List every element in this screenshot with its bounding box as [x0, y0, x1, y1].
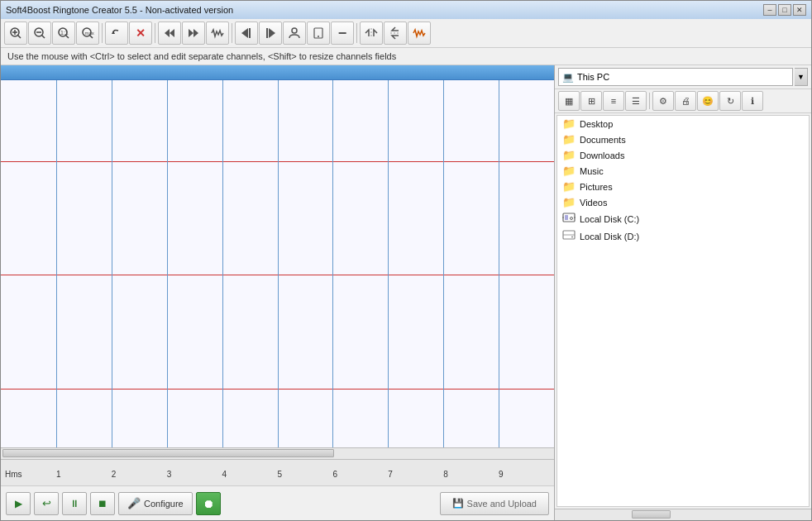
file-name-documents: Documents: [580, 135, 626, 145]
svg-text:1:1: 1:1: [60, 30, 69, 36]
svg-point-23: [318, 36, 319, 37]
file-item-music[interactable]: 📁 Music: [557, 163, 809, 179]
undo-button[interactable]: [105, 22, 128, 45]
settings-button[interactable]: ⚙: [652, 91, 674, 111]
stop-button[interactable]: ⏹: [90, 492, 115, 515]
flip-v-button[interactable]: [384, 22, 407, 45]
cut-left-button[interactable]: [235, 22, 258, 45]
location-dropdown[interactable]: ▼: [795, 68, 808, 86]
file-name-disk-d: Local Disk (D:): [580, 232, 639, 241]
status-message: Use the mouse with <Ctrl> to select and …: [7, 51, 396, 61]
view-list-button[interactable]: ≡: [603, 91, 624, 111]
rewind-button[interactable]: [158, 22, 181, 45]
minus-button[interactable]: −: [331, 22, 354, 45]
location-bar[interactable]: 💻 This PC: [558, 68, 793, 86]
restore-button[interactable]: □: [778, 4, 791, 16]
view-large-button[interactable]: ▦: [558, 91, 580, 111]
delete-button[interactable]: ✕: [129, 22, 152, 45]
title-bar: Soft4Boost Ringtone Creator 5.5 - Non-ac…: [1, 1, 811, 19]
phone-button[interactable]: [307, 22, 330, 45]
zoom-view-button[interactable]: 1:1: [52, 22, 75, 45]
record-button[interactable]: ⏺: [196, 492, 221, 515]
svg-marker-15: [170, 29, 174, 37]
file-item-disk-d[interactable]: Local Disk (D:): [557, 227, 809, 245]
svg-point-22: [292, 28, 297, 33]
minimize-button[interactable]: –: [763, 4, 776, 16]
refresh-button[interactable]: ↻: [719, 91, 741, 111]
folder-icon-documents: 📁: [562, 133, 576, 146]
save-upload-button[interactable]: 💾 Save and Upload: [440, 492, 549, 515]
file-item-desktop[interactable]: 📁 Desktop: [557, 116, 809, 131]
zoom-in-button[interactable]: [4, 22, 27, 45]
file-item-pictures[interactable]: 📁 Pictures: [557, 179, 809, 194]
timeline-8: 8: [443, 470, 448, 479]
timeline-7: 7: [388, 470, 393, 479]
play-button[interactable]: ▶: [6, 492, 31, 515]
pause-button[interactable]: ⏸: [62, 492, 87, 515]
separator-4: [356, 23, 357, 43]
svg-line-5: [42, 36, 45, 39]
window-controls: – □ ✕: [763, 4, 806, 16]
main-content: Hms 1 2 3 4 5 6 7 8 9 ▶ ↩ ⏸ ⏹: [1, 65, 811, 520]
wave2-button[interactable]: [408, 22, 431, 45]
horizontal-scrollbar[interactable]: [555, 509, 811, 520]
file-item-videos[interactable]: 📁 Videos: [557, 194, 809, 210]
file-name-downloads: Downloads: [580, 151, 624, 160]
folder-icon-desktop: 📁: [562, 117, 576, 130]
folder-icon-downloads: 📁: [562, 149, 576, 161]
svg-point-33: [571, 237, 573, 238]
file-list[interactable]: 📁 Desktop 📁 Documents 📁 Downloads 📁 Musi…: [556, 115, 810, 507]
view-medium-button[interactable]: ⊞: [580, 91, 602, 111]
waveform-panel: Hms 1 2 3 4 5 6 7 8 9 ▶ ↩ ⏸ ⏹: [1, 65, 555, 520]
file-item-downloads[interactable]: 📁 Downloads: [557, 147, 809, 163]
waveform-button[interactable]: [206, 22, 229, 45]
v-line-1: [56, 80, 57, 447]
return-button[interactable]: ↩: [34, 492, 59, 515]
main-window: Soft4Boost Ringtone Creator 5.5 - Non-ac…: [0, 0, 812, 521]
folder-icon-videos: 📁: [562, 196, 576, 208]
separator-3: [232, 23, 232, 43]
view-detail-button[interactable]: ☰: [625, 91, 647, 111]
svg-text:max: max: [85, 31, 94, 36]
print-button[interactable]: 🖨: [675, 91, 696, 111]
timeline-3: 3: [167, 470, 172, 479]
timeline-4: 4: [222, 470, 227, 479]
smiley-button[interactable]: 😊: [697, 91, 719, 111]
save-upload-label: Save and Upload: [467, 499, 537, 509]
file-item-documents[interactable]: 📁 Documents: [557, 131, 809, 147]
timeline-2: 2: [112, 470, 117, 479]
file-item-disk-c[interactable]: Local Disk (C:): [557, 210, 809, 227]
waveform-scrollbar[interactable]: [1, 447, 554, 459]
svg-rect-27: [565, 215, 568, 220]
svg-marker-20: [269, 28, 275, 38]
waveform-area[interactable]: [1, 65, 554, 447]
cut-right-button[interactable]: [259, 22, 282, 45]
file-name-desktop: Desktop: [580, 119, 613, 129]
zoom-full-button[interactable]: max: [76, 22, 99, 45]
zoom-out-button[interactable]: [28, 22, 51, 45]
status-bar: Use the mouse with <Ctrl> to select and …: [1, 48, 811, 65]
waveform-scrollbar-thumb[interactable]: [2, 449, 334, 457]
drive-icon-d: [562, 229, 576, 243]
flip-h-button[interactable]: [360, 22, 383, 45]
window-title: Soft4Boost Ringtone Creator 5.5 - Non-ac…: [6, 5, 233, 15]
file-name-pictures: Pictures: [580, 182, 613, 192]
timeline-9: 9: [499, 470, 504, 479]
v-line-6: [332, 80, 333, 447]
svg-marker-14: [165, 29, 170, 37]
scrollbar-thumb[interactable]: [632, 510, 671, 519]
v-line-8: [443, 80, 444, 447]
svg-line-11: [90, 36, 93, 39]
location-text: This PC: [577, 72, 609, 82]
drive-icon-c: [562, 212, 576, 226]
separator-2: [155, 23, 155, 43]
person-button[interactable]: [283, 22, 306, 45]
svg-marker-16: [193, 29, 198, 37]
timeline-5: 5: [278, 470, 283, 479]
file-name-videos: Videos: [580, 198, 607, 208]
configure-button[interactable]: 🎤 Configure: [118, 492, 193, 515]
close-button[interactable]: ✕: [793, 4, 806, 16]
forward-button[interactable]: [182, 22, 205, 45]
info-button[interactable]: ℹ: [742, 91, 763, 111]
timeline-6: 6: [332, 470, 337, 479]
